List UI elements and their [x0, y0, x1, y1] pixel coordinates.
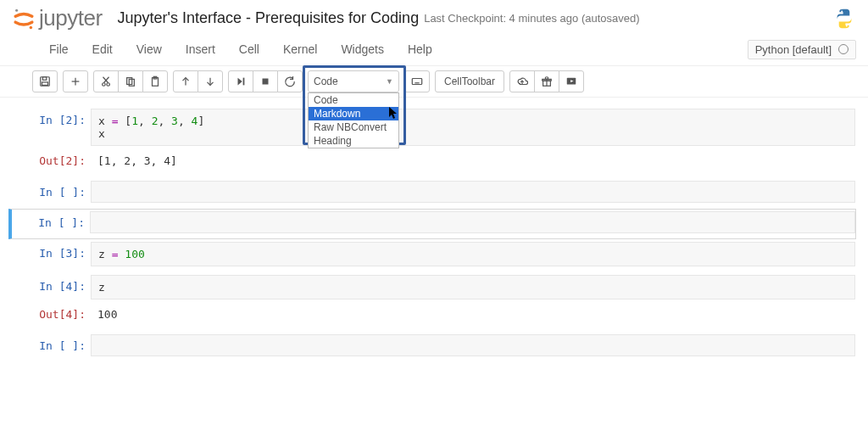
- move-down-button[interactable]: [198, 70, 223, 92]
- menubar: File Edit View Insert Cell Kernel Widget…: [0, 33, 868, 66]
- svg-point-3: [846, 25, 848, 26]
- gift-button[interactable]: [534, 70, 559, 92]
- python-logo-icon: [832, 7, 856, 31]
- stop-icon: [259, 76, 271, 87]
- celltype-select-face[interactable]: Code ▼: [308, 70, 399, 92]
- svg-rect-5: [42, 77, 46, 81]
- input-prompt: In [2]:: [13, 109, 91, 126]
- code-cell-selected[interactable]: In [ ]:: [8, 209, 856, 239]
- svg-point-10: [107, 83, 110, 87]
- svg-point-2: [841, 10, 843, 12]
- keyboard-icon: [411, 76, 423, 87]
- celltoolbar-label: CellToolbar: [444, 76, 495, 87]
- svg-point-9: [103, 83, 106, 87]
- code-input[interactable]: [91, 334, 855, 356]
- menu-help[interactable]: Help: [396, 38, 444, 60]
- celltoolbar-button[interactable]: CellToolbar: [435, 70, 504, 92]
- copy-icon: [125, 76, 136, 87]
- input-prompt: In [ ]:: [13, 334, 91, 352]
- cell-output: 100: [91, 303, 855, 326]
- code-input[interactable]: z = 100: [91, 242, 855, 266]
- cut-button[interactable]: [93, 70, 119, 92]
- menu-view[interactable]: View: [125, 38, 174, 60]
- menu-widgets[interactable]: Widgets: [329, 38, 396, 60]
- celltype-option-markdown[interactable]: Markdown: [309, 107, 398, 120]
- presentation-icon: [565, 76, 577, 87]
- kernel-name: Python [default]: [755, 43, 832, 56]
- code-input[interactable]: [91, 181, 855, 203]
- code-input[interactable]: z: [91, 275, 855, 299]
- output-prompt: Out[4]:: [13, 303, 91, 321]
- logo-text: jupyter: [39, 5, 103, 31]
- paste-button[interactable]: [142, 70, 168, 92]
- step-forward-icon: [235, 76, 247, 87]
- svg-line-11: [103, 77, 108, 83]
- menu-insert[interactable]: Insert: [174, 38, 227, 60]
- svg-rect-20: [243, 78, 245, 86]
- toolbar: Code ▼ Code Markdown Raw NBConvert Headi…: [0, 66, 868, 98]
- cloud-upload-icon: [516, 76, 528, 87]
- checkpoint-text: Last Checkpoint: 4 minutes ago (autosave…: [424, 12, 639, 25]
- code-cell[interactable]: In [ ]:: [12, 178, 856, 209]
- menu-file[interactable]: File: [37, 38, 81, 60]
- refresh-icon: [284, 76, 296, 87]
- output-prompt: Out[2]:: [13, 149, 91, 167]
- input-prompt: In [ ]:: [13, 181, 91, 199]
- notebook-area: In [2]: x = [1, 2, 3, 4] x Out[2]: [1, 2…: [0, 99, 868, 379]
- input-prompt: In [4]:: [13, 275, 91, 293]
- gift-icon: [541, 76, 553, 87]
- menu-edit[interactable]: Edit: [81, 38, 125, 60]
- presentation-button[interactable]: [559, 70, 584, 92]
- input-prompt: In [ ]:: [12, 211, 90, 229]
- code-input[interactable]: [90, 211, 855, 233]
- cell-output: [1, 2, 3, 4]: [91, 149, 855, 172]
- header: jupyter Jupyter's Interface - Prerequisi…: [0, 0, 868, 33]
- svg-rect-21: [263, 79, 269, 85]
- celltype-option-raw[interactable]: Raw NBConvert: [309, 120, 398, 134]
- input-prompt: In [3]:: [13, 242, 91, 260]
- move-up-button[interactable]: [173, 70, 198, 92]
- celltype-select[interactable]: Code ▼ Code Markdown Raw NBConvert Headi…: [308, 70, 399, 92]
- code-cell[interactable]: In [2]: x = [1, 2, 3, 4] x Out[2]: [1, 2…: [12, 106, 856, 178]
- kernel-indicator[interactable]: Python [default]: [748, 40, 856, 59]
- jupyter-logo-icon: [12, 7, 36, 31]
- svg-line-12: [103, 77, 108, 83]
- kernel-idle-icon: [838, 44, 849, 54]
- save-button[interactable]: [32, 70, 58, 92]
- code-cell[interactable]: In [3]: z = 100: [12, 239, 856, 272]
- svg-rect-23: [412, 79, 421, 85]
- save-icon: [39, 76, 51, 87]
- insert-cell-button[interactable]: [63, 70, 88, 92]
- copy-button[interactable]: [118, 70, 143, 92]
- arrow-down-icon: [204, 76, 216, 87]
- run-button[interactable]: [228, 70, 253, 92]
- chevron-down-icon: ▼: [386, 77, 393, 86]
- plus-icon: [70, 76, 81, 87]
- code-input[interactable]: x = [1, 2, 3, 4] x: [91, 109, 855, 146]
- celltype-selected-value: Code: [314, 76, 338, 87]
- svg-point-1: [30, 25, 33, 29]
- restart-button[interactable]: [277, 70, 303, 92]
- menu-cell[interactable]: Cell: [227, 38, 271, 60]
- svg-point-0: [15, 8, 18, 11]
- scissors-icon: [100, 76, 112, 87]
- cloud-up-button[interactable]: [509, 70, 535, 92]
- celltype-option-heading[interactable]: Heading: [309, 134, 398, 148]
- menu-kernel[interactable]: Kernel: [271, 38, 329, 60]
- interrupt-button[interactable]: [253, 70, 278, 92]
- notebook-title[interactable]: Jupyter's Interface - Prerequisites for …: [118, 9, 420, 27]
- svg-marker-19: [238, 78, 242, 86]
- logo[interactable]: jupyter: [12, 5, 103, 31]
- svg-rect-6: [42, 82, 48, 86]
- celltype-option-code[interactable]: Code: [309, 93, 398, 107]
- paste-icon: [149, 76, 161, 87]
- arrow-up-icon: [180, 76, 192, 87]
- code-cell[interactable]: In [4]: z Out[4]: 100: [12, 272, 856, 332]
- celltype-dropdown: Code Markdown Raw NBConvert Heading: [308, 92, 399, 148]
- code-cell[interactable]: In [ ]:: [12, 332, 856, 362]
- command-palette-button[interactable]: [404, 70, 430, 92]
